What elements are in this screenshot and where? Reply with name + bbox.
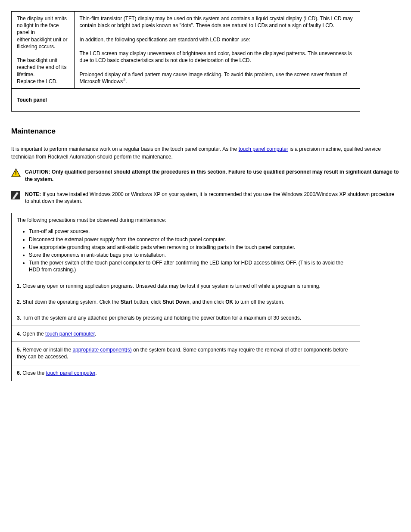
note-text: If you have installed Windows 2000 or Wi… (25, 191, 394, 205)
section-divider (11, 117, 400, 117)
intro-paragraph: It is important to perform maintenance w… (11, 145, 400, 161)
note-icon (11, 191, 20, 202)
note-label: NOTE: (25, 191, 43, 197)
step-1: 1. Close any open or running application… (12, 278, 360, 294)
precautions-list: Turn-off all power sources. Disconnect t… (17, 228, 355, 273)
step-4-num: 4. (17, 331, 21, 337)
notes-line-8: and color, based on the displayed patter… (208, 50, 318, 56)
caution-text: Only qualified personnel should attempt … (25, 169, 399, 182)
touch-panel-link[interactable]: touch panel computer (239, 146, 288, 152)
notes-line-6: with LCD monitor use: (199, 37, 250, 43)
guidelines-table: The display unit emits no light in the f… (11, 11, 360, 112)
guidelines-cell-right: Thin-film transistor (TFT) display may b… (74, 12, 360, 89)
table1-row2: Touch panel (12, 88, 360, 111)
step-5-num: 5. (17, 347, 21, 353)
notes-line-13-suffix: . (125, 78, 127, 84)
step-4: 4. Open the touch panel computer. (12, 326, 360, 342)
svg-rect-1 (16, 171, 16, 174)
guidelines-left-line2: either backlight unit or flickering occu… (17, 37, 67, 50)
step-2-post: to turn off the system. (233, 299, 284, 305)
step-2-bold1: Start (121, 299, 132, 305)
svg-rect-2 (16, 174, 16, 175)
step-6-num: 6. (17, 370, 21, 376)
step-4-link[interactable]: touch panel computer (45, 331, 95, 337)
guidelines-left-line4: Replace the LCD. (17, 78, 58, 84)
precaution-item-4: Turn the power switch of the touch panel… (29, 259, 355, 273)
step-6: 6. Close the touch panel computer. (12, 365, 360, 381)
step-2-mid1: button, click (132, 299, 162, 305)
precaution-item-1: Disconnect the external power supply fro… (29, 236, 355, 243)
precaution-item-0: Turn-off all power sources. (29, 228, 355, 235)
touch-panel-label: Touch panel (17, 97, 47, 103)
precaution-item-3: Store the components in anti-static bags… (29, 252, 355, 258)
maintenance-heading: Maintenance (11, 127, 400, 137)
step-4-post: . (95, 331, 96, 337)
intro-pre: It is important to perform maintenance w… (11, 146, 239, 152)
notes-line-3: as "dots". These dots are natural to LCD… (173, 22, 291, 28)
step-2-num: 2. (17, 299, 21, 305)
notes-line-5: In addition, the following specification… (80, 37, 198, 43)
notes-line-11: Prolonged display of a fixed pattern may… (80, 72, 203, 78)
caution-callout: CAUTION: Only qualified personnel should… (11, 168, 400, 183)
notes-line-1: system and contains a liquid crystal dis… (203, 16, 318, 22)
precaution-item-2: Use appropriate grounding straps and ant… (29, 244, 355, 251)
step-3-num: 3. (17, 315, 21, 321)
step-2: 2. Shut down the operating system. Click… (12, 294, 360, 310)
guidelines-left-line1: The display unit emits no light in the f… (17, 16, 67, 35)
notes-line-4: sign of faulty LCD. (292, 22, 334, 28)
step-5-link[interactable]: appropriate component(s) (72, 347, 131, 353)
step-6-post: . (95, 370, 97, 376)
step-2-mid2: , and then click (190, 299, 225, 305)
guidelines-cell-left: The display unit emits no light in the f… (12, 12, 75, 89)
step-2-pre: Shut down the operating system. Click th… (22, 299, 120, 305)
notes-line-0: Thin-film transistor (TFT) display may b… (80, 16, 202, 22)
step-2-bold2: Shut Down (162, 299, 190, 305)
steps-table: The following precautions must be observ… (11, 213, 360, 381)
caution-label: CAUTION: (25, 169, 52, 175)
step-3: 3. Turn off the system and any attached … (12, 310, 360, 326)
step-6-pre: Close the (22, 370, 46, 376)
note-callout: NOTE: If you have installed Windows 2000… (11, 191, 400, 205)
step-1-num: 1. (17, 283, 21, 289)
precautions-cell: The following precautions must be observ… (12, 213, 360, 278)
notes-line-10: due to deterioration of the LCD. (179, 57, 251, 63)
notes-line-12: sticking. To avoid this problem, use the… (204, 72, 324, 78)
step-5: 5. Remove or install the appropriate com… (12, 342, 360, 365)
guidelines-left-line3: The backlight unit reached the end of it… (17, 57, 66, 77)
precautions-heading: The following precautions must be observ… (17, 217, 355, 224)
caution-icon (11, 168, 21, 179)
notes-line-7: The LCD screen may display unevenness of… (80, 50, 206, 56)
step-4-pre: Open the (22, 331, 45, 337)
step-3-text: Turn off the system and any attached per… (22, 315, 301, 321)
step-1-text: Close any open or running application pr… (22, 283, 320, 289)
step-2-bold3: OK (225, 299, 233, 305)
step-5-pre: Remove or install the (22, 347, 72, 353)
step-6-link[interactable]: touch panel computer (46, 370, 95, 376)
